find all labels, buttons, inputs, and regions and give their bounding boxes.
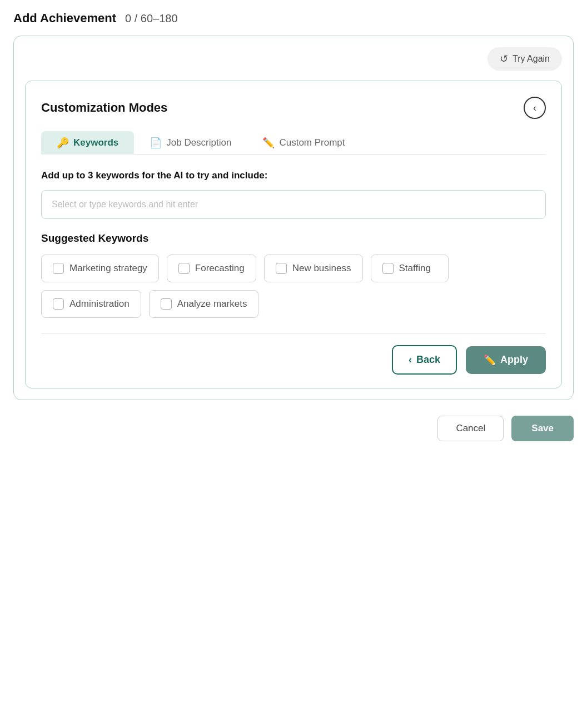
- counter-label: 0 / 60–180: [125, 12, 178, 25]
- chip-label-forecasting: Forecasting: [195, 263, 245, 274]
- divider: [41, 333, 546, 334]
- chip-checkbox-administration: [53, 298, 64, 310]
- apply-button[interactable]: ✏️ Apply: [466, 346, 546, 374]
- wand-icon: ✏️: [262, 137, 275, 149]
- back-button[interactable]: ‹ Back: [392, 345, 457, 375]
- keyword-chip-analyze-markets[interactable]: Analyze markets: [149, 290, 259, 318]
- try-again-label: Try Again: [513, 54, 550, 64]
- cancel-button[interactable]: Cancel: [437, 416, 504, 441]
- footer-row: Cancel Save: [13, 416, 574, 441]
- customization-title: Customization Modes: [41, 101, 167, 115]
- chip-label-administration: Administration: [69, 298, 130, 310]
- tab-custom-prompt-label: Custom Prompt: [279, 137, 345, 148]
- mode-tabs: 🔑 Keywords 📄 Job Description ✏️ Custom P…: [41, 131, 546, 154]
- keywords-instruction: Add up to 3 keywords for the AI to try a…: [41, 170, 546, 181]
- outer-card: ↺ Try Again Customization Modes ‹ 🔑 Keyw…: [13, 36, 574, 400]
- back-arrow-icon: ‹: [409, 354, 412, 366]
- tab-keywords-label: Keywords: [73, 137, 118, 148]
- left-arrow-icon: ‹: [533, 102, 536, 114]
- chip-label-marketing: Marketing strategy: [69, 263, 147, 274]
- cancel-label: Cancel: [456, 423, 485, 433]
- save-label: Save: [531, 423, 554, 433]
- customization-header: Customization Modes ‹: [41, 97, 546, 119]
- key-icon: 🔑: [57, 137, 69, 149]
- chip-checkbox-analyze-markets: [161, 298, 172, 310]
- page-header: Add Achievement 0 / 60–180: [13, 11, 574, 26]
- chip-label-analyze-markets: Analyze markets: [177, 298, 247, 310]
- keyword-input[interactable]: [41, 190, 546, 219]
- inner-card: Customization Modes ‹ 🔑 Keywords 📄 Job D…: [25, 81, 562, 388]
- back-circle-button[interactable]: ‹: [524, 97, 546, 119]
- chip-checkbox-forecasting: [178, 263, 190, 274]
- apply-button-label: Apply: [500, 354, 528, 366]
- refresh-icon: ↺: [500, 53, 508, 65]
- action-row: ‹ Back ✏️ Apply: [41, 345, 546, 375]
- document-icon: 📄: [150, 137, 162, 149]
- chip-label-staffing: Staffing: [399, 263, 431, 274]
- page-title: Add Achievement: [13, 11, 116, 26]
- keyword-chips-row: Marketing strategy Forecasting New busin…: [41, 255, 546, 318]
- chip-checkbox-staffing: [382, 263, 394, 274]
- chip-checkbox-marketing: [53, 263, 64, 274]
- keyword-chip-new-business[interactable]: New business: [264, 255, 363, 282]
- tab-keywords[interactable]: 🔑 Keywords: [41, 131, 134, 154]
- chip-checkbox-new-business: [276, 263, 287, 274]
- tab-job-description[interactable]: 📄 Job Description: [134, 131, 247, 154]
- keyword-chip-forecasting[interactable]: Forecasting: [167, 255, 256, 282]
- keyword-chip-marketing-strategy[interactable]: Marketing strategy: [41, 255, 159, 282]
- try-again-button[interactable]: ↺ Try Again: [487, 47, 562, 71]
- keyword-chip-administration[interactable]: Administration: [41, 290, 141, 318]
- try-again-row: ↺ Try Again: [25, 47, 562, 71]
- suggested-keywords-title: Suggested Keywords: [41, 232, 546, 245]
- tab-custom-prompt[interactable]: ✏️ Custom Prompt: [247, 131, 360, 154]
- apply-wand-icon: ✏️: [484, 354, 496, 366]
- back-button-label: Back: [416, 354, 440, 366]
- save-button[interactable]: Save: [511, 416, 574, 441]
- keyword-chip-staffing[interactable]: Staffing: [371, 255, 449, 282]
- tab-job-description-label: Job Description: [166, 137, 231, 148]
- chip-label-new-business: New business: [292, 263, 351, 274]
